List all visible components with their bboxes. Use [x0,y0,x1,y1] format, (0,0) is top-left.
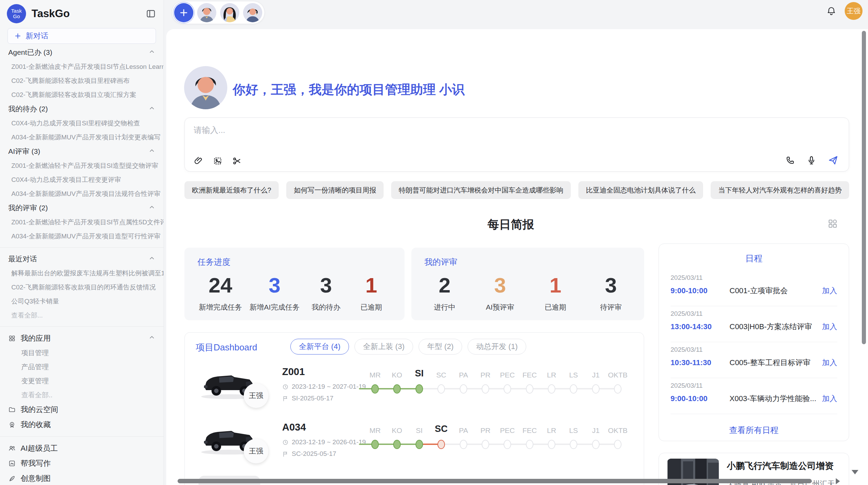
milestone-dot [570,440,577,449]
tool-label: AI超级员工 [21,443,58,453]
suggestion-chip[interactable]: 当下年轻人对汽车外观有怎样的喜好趋势 [711,181,849,199]
agent-avatar[interactable] [220,3,239,22]
grid-icon [8,335,16,342]
agent-avatar[interactable] [243,3,262,22]
section-my-review[interactable]: 我的评审 (2) [0,201,164,215]
schedule-time: 10:30-11:30 [671,358,730,367]
milestone-dot [548,384,555,394]
attachment-icon[interactable] [194,156,203,166]
join-link[interactable]: 加入 [822,286,837,296]
stat-value: 3 [307,272,345,298]
app-link-product-mgmt[interactable]: 产品管理 [0,360,164,374]
project-row-a034[interactable]: 王强 A034 2023-12-19 ~ 2026-01-19 SC-2025-… [185,420,644,475]
project-dashboard-title: 项目Dashboard [196,341,257,353]
horizontal-scrollbar[interactable] [178,479,812,483]
project-row-z001[interactable]: 王强 Z001 2023-12-19 ~ 2027-01-19 SI-2025-… [185,364,644,420]
join-link[interactable]: 加入 [822,322,837,332]
project-dates: 2023-12-19 ~ 2027-01-19 [282,383,366,390]
tool-help-me-write[interactable]: 帮我写作 [0,456,164,471]
task-item[interactable]: C0X4-动力总成开发项目SI里程碑提交物检查 [0,116,164,130]
scissors-icon[interactable] [232,156,242,166]
my-cloud-space-row[interactable]: 我的云空间 [0,402,164,417]
milestone-dot [504,440,511,449]
task-item[interactable]: C02-飞腾新能源轻客改款项目里程碑画布 [0,74,164,88]
schedule-name: C001-立项审批会 [730,286,822,296]
milestone-dot [415,384,423,394]
recent-chat-item[interactable]: 解释最新出台的欧盟报废车法规再生塑料比例被调至15%... [0,266,164,280]
stat: 24 新增完成任务 [199,272,242,312]
owner-badge: 王强 [244,383,268,408]
agent-avatar[interactable] [197,3,216,22]
my-apps-row[interactable]: 我的应用 [0,331,164,346]
app-link-change-mgmt[interactable]: 变更管理 [0,374,164,388]
recent-chat-item[interactable]: C02-飞腾新能源轻客改款项目的闭环通告反馈情况 [0,280,164,294]
recent-view-all-link[interactable]: 查看全部... [0,308,164,322]
view-all-schedule-link[interactable]: 查看所有日程 [659,425,849,436]
task-item[interactable]: A034-全新新能源MUV产品开发项目法规符合性评审 [0,187,164,201]
join-link[interactable]: 加入 [822,394,837,404]
milestone-dot [415,440,423,449]
stat-label: 已逾期 [537,302,574,312]
milestone-label: OKTB [603,371,632,379]
stat-label: AI预评审 [481,302,519,312]
my-favorites-label: 我的收藏 [21,420,51,430]
suggestion-chip[interactable]: 比亚迪全固态电池计划具体说了什么 [578,181,703,199]
compose-icon [8,460,16,467]
user-avatar[interactable]: 王强 [845,2,863,20]
scroll-right-arrow[interactable] [836,478,840,484]
clock-icon [282,439,289,446]
tool-ai-super-staff[interactable]: AI超级员工 [0,441,164,456]
tab-new-body[interactable]: 全新上装 (3) [354,339,413,355]
section-my-todo[interactable]: 我的待办 (2) [0,102,164,116]
join-link[interactable]: 加入 [822,358,837,368]
suggestion-chip[interactable]: 欧洲新规最近颁布了什么? [184,181,279,199]
task-item[interactable]: C02-飞腾新能源轻客改款项目立项汇报方案 [0,88,164,102]
image-icon[interactable] [213,156,222,166]
suggestion-chip[interactable]: 特朗普可能对进口汽车增税会对中国车企造成哪些影响 [391,181,571,199]
section-ai-review[interactable]: AI评审 (3) [0,144,164,159]
microphone-icon[interactable] [806,155,817,165]
section-label: Agent已办 (3) [8,48,52,57]
stat-value: 2 [426,272,463,298]
chevron-up-icon [148,147,155,156]
chat-input[interactable] [194,123,742,138]
task-item[interactable]: A034-全新新能源MUV产品开发项目计划变更表编写 [0,130,164,144]
sidebar-collapse-icon[interactable] [145,8,157,20]
task-item[interactable]: A034-全新新能源MUV产品开发项目造型可行性评审 [0,229,164,243]
scroll-down-arrow[interactable] [852,470,858,474]
app-link-project-mgmt[interactable]: 项目管理 [0,346,164,360]
tab-new-platform[interactable]: 全新平台 (4) [290,339,349,355]
apps-view-all-link[interactable]: 查看全部.. [0,388,164,402]
tool-creative-drawing[interactable]: 创意制图 [0,471,164,485]
add-agent-button[interactable] [174,3,193,22]
recent-chat-item[interactable]: 公司Q3轻卡销量 [0,294,164,308]
vertical-scrollbar[interactable] [862,31,866,344]
my-favorites-row[interactable]: 我的收藏 [0,417,164,432]
phone-icon[interactable] [785,155,795,165]
stat: 1 已逾期 [537,272,574,312]
new-chat-button[interactable]: 新对话 [8,28,156,44]
schedule-item: 2025/03/11 10:30-11:30 C005-整车工程目标评审 加入 [671,346,837,377]
stat-value: 3 [250,272,300,298]
send-icon[interactable] [828,155,839,166]
main-panel: 你好，王强，我是你的项目管理助理 小识 欧洲新规最近颁布了什么? 如何写一份清晰… [166,29,868,485]
task-item[interactable]: Z001-全新燃油轻卡产品开发项目SI造型提交物评审 [0,159,164,173]
stat-label: 我的待办 [307,302,345,312]
assistant-greeting: 你好，王强，我是你的项目管理助理 小识 [233,81,465,98]
task-item[interactable]: Z001-全新燃油皮卡产品开发项目SI节点Lesson Learn报告 [0,60,164,74]
tab-powertrain[interactable]: 动总开发 (1) [468,339,526,355]
suggestion-chip[interactable]: 如何写一份清晰的项目周报 [286,181,384,199]
task-item[interactable]: C0X4-动力总成开发项目工程变更评审 [0,173,164,187]
schedule-time: 9:00-10:00 [671,394,730,403]
milestone-dot [504,384,511,394]
notification-bell-icon[interactable] [826,6,836,16]
schedule-name: C003|H0B-方案冻结评审 [730,322,822,332]
section-recent-chats[interactable]: 最近对话 [0,252,164,266]
task-item[interactable]: Z001-全新燃油轻卡产品开发项目SI节点属性5D文件评审 [0,215,164,229]
my-cloud-space-label: 我的云空间 [21,405,58,415]
folder-icon [8,406,16,413]
milestone-dot [482,384,489,394]
section-agent-done[interactable]: Agent已办 (3) [0,45,164,60]
tab-year-model[interactable]: 年型 (2) [419,339,462,355]
layout-grid-icon[interactable] [827,218,838,231]
